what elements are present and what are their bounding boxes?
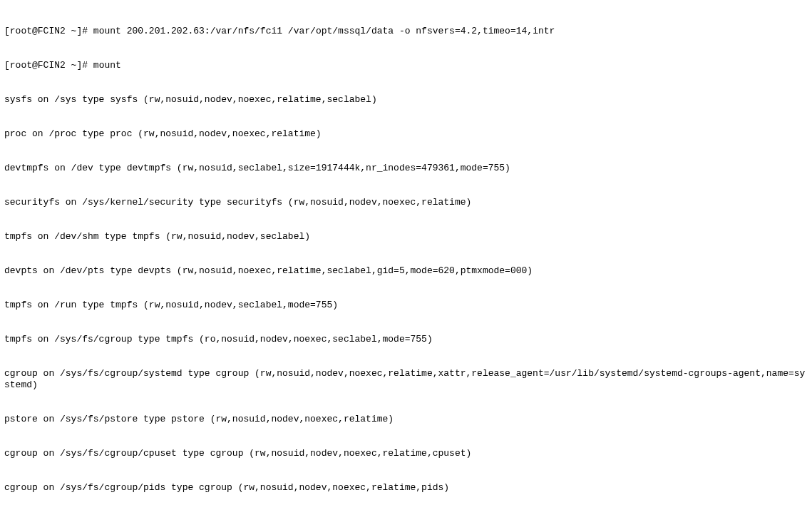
mount-output-line: tmpfs on /run type tmpfs (rw,nosuid,node… — [4, 300, 808, 311]
command-text: mount 200.201.202.63:/var/nfs/fci1 /var/… — [93, 26, 555, 36]
mount-output-line: tmpfs on /sys/fs/cgroup type tmpfs (ro,n… — [4, 334, 808, 345]
mount-output-line: proc on /proc type proc (rw,nosuid,nodev… — [4, 128, 808, 140]
shell-prompt: [root@FCIN2 ~]# — [4, 60, 93, 71]
mount-output-line: pstore on /sys/fs/pstore type pstore (rw… — [4, 414, 808, 425]
mount-output-line: devpts on /dev/pts type devpts (rw,nosui… — [4, 265, 808, 277]
command-line-2: [root@FCIN2 ~]# mount — [4, 60, 808, 71]
mount-output-line: devtmpfs on /dev type devtmpfs (rw,nosui… — [4, 163, 808, 174]
mount-output-line: sysfs on /sys type sysfs (rw,nosuid,node… — [4, 94, 808, 106]
mount-output-line: cgroup on /sys/fs/cgroup/pids type cgrou… — [4, 482, 808, 494]
mount-output-line: cgroup on /sys/fs/cgroup/cpuset type cgr… — [4, 448, 808, 459]
command-line-1: [root@FCIN2 ~]# mount 200.201.202.63:/va… — [4, 26, 808, 37]
shell-prompt: [root@FCIN2 ~]# — [4, 26, 93, 36]
mount-output-line: tmpfs on /dev/shm type tmpfs (rw,nosuid,… — [4, 231, 808, 243]
terminal-output[interactable]: [root@FCIN2 ~]# mount 200.201.202.63:/va… — [0, 0, 812, 510]
mount-output-line: securityfs on /sys/kernel/security type … — [4, 197, 808, 208]
command-text: mount — [93, 60, 121, 71]
mount-output-line: cgroup on /sys/fs/cgroup/systemd type cg… — [4, 368, 808, 391]
